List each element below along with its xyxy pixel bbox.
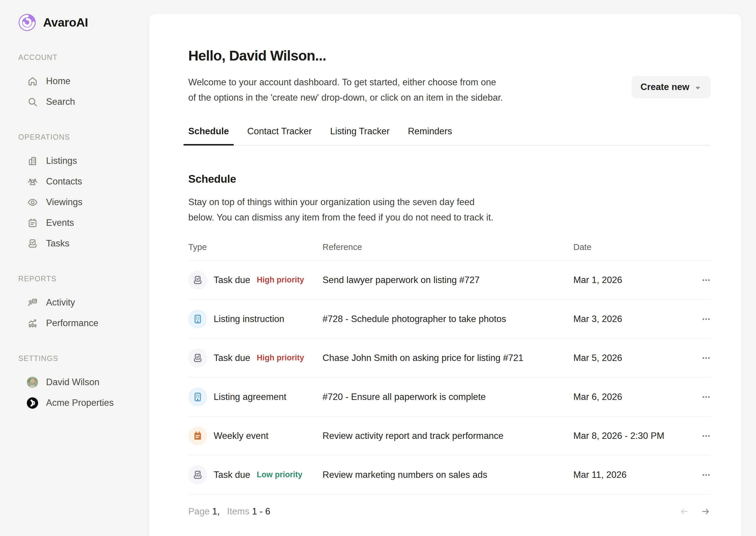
- viewings-icon: [26, 195, 38, 209]
- next-page-button[interactable]: [701, 507, 710, 517]
- row-date: Mar 5, 2026: [573, 353, 690, 363]
- row-reference: Send lawyer paperwork on listing #727: [322, 275, 573, 285]
- items-range: 1 - 6: [252, 506, 270, 517]
- priority-badge: High priority: [257, 353, 304, 362]
- row-type-label: Task due: [214, 470, 250, 480]
- greeting-heading: Hello, David Wilson...: [188, 48, 710, 64]
- tab-contact-tracker[interactable]: Contact Tracker: [247, 126, 312, 145]
- row-type-label: Task due: [214, 275, 250, 285]
- items-label: Items: [227, 506, 250, 517]
- priority-badge: Low priority: [257, 470, 303, 479]
- event-icon: [188, 426, 207, 445]
- sidebar-item-label: Performance: [46, 318, 98, 328]
- sidebar-item-label: Listings: [46, 155, 77, 166]
- sidebar: AvaroAI ACCOUNTHomeSearchOPERATIONSListi…: [0, 0, 149, 536]
- task-icon: [188, 349, 207, 367]
- brand: AvaroAI: [18, 13, 149, 32]
- table-row: Listing agreement#720 - Ensure all paper…: [188, 378, 710, 417]
- sidebar-item-david-wilson[interactable]: David Wilson: [18, 372, 149, 392]
- pager-controls: [679, 507, 710, 517]
- sidebar-section-label: OPERATIONS: [18, 133, 149, 142]
- sidebar-item-acme-properties[interactable]: Acme Properties: [18, 392, 149, 413]
- schedule-description: Stay on top of things within your organi…: [188, 194, 710, 225]
- home-icon: [26, 74, 38, 88]
- table-row: Weekly eventReview activity report and t…: [188, 417, 710, 455]
- sidebar-item-label: David Wilson: [46, 377, 99, 387]
- dashboard-card: Hello, David Wilson... Welcome to your a…: [149, 14, 741, 536]
- tab-schedule[interactable]: Schedule: [188, 126, 229, 145]
- sidebar-item-label: Home: [46, 76, 71, 86]
- table-row: Listing instruction#728 - Schedule photo…: [188, 300, 710, 339]
- sidebar-item-viewings[interactable]: Viewings: [18, 192, 149, 213]
- listing-icon: [188, 387, 207, 406]
- sidebar-item-label: Viewings: [46, 197, 82, 208]
- row-reference: Chase John Smith on asking price for lis…: [322, 353, 573, 363]
- brand-logo-icon: [18, 14, 36, 31]
- row-type-label: Listing instruction: [214, 314, 284, 324]
- sidebar-section-label: ACCOUNT: [18, 53, 149, 62]
- schedule-table: Type Reference Date Task dueHigh priorit…: [188, 242, 710, 517]
- row-date: Mar 1, 2026: [573, 275, 690, 285]
- row-reference: Review activity report and track perform…: [322, 431, 573, 441]
- sidebar-section-reports: REPORTSActivityPerformance: [18, 275, 149, 334]
- activity-icon: [26, 296, 38, 309]
- sidebar-item-label: Acme Properties: [46, 398, 114, 408]
- row-date: Mar 11, 2026: [573, 470, 690, 480]
- chevron-down-icon: [694, 83, 702, 92]
- schedule-title: Schedule: [188, 173, 710, 185]
- contacts-icon: [26, 175, 38, 188]
- tab-reminders[interactable]: Reminders: [408, 126, 452, 145]
- sidebar-section-operations: OPERATIONSListingsContactsViewingsEvents…: [18, 133, 149, 254]
- row-reference: #728 - Schedule photographer to take pho…: [322, 314, 573, 324]
- priority-badge: High priority: [257, 275, 304, 285]
- sidebar-item-label: Search: [46, 96, 75, 107]
- tab-bar: ScheduleContact TrackerListing TrackerRe…: [188, 126, 710, 146]
- row-menu-button[interactable]: [702, 470, 710, 479]
- row-reference: Review marketing numbers on sales ads: [322, 470, 573, 480]
- sidebar-section-account: ACCOUNTHomeSearch: [18, 53, 149, 112]
- brand-name: AvaroAI: [43, 16, 88, 29]
- pagination-info: Page 1, Items 1 - 6: [188, 506, 270, 517]
- row-menu-button[interactable]: [702, 353, 710, 362]
- column-header-type: Type: [188, 242, 322, 252]
- sidebar-item-listings[interactable]: Listings: [18, 151, 149, 171]
- row-menu-button[interactable]: [702, 315, 710, 323]
- sidebar-item-activity[interactable]: Activity: [18, 292, 149, 313]
- org-logo: [26, 396, 38, 410]
- sidebar-item-performance[interactable]: Performance: [18, 313, 149, 334]
- row-menu-button[interactable]: [702, 392, 710, 401]
- performance-icon: [26, 317, 38, 330]
- sidebar-item-label: Activity: [46, 297, 75, 308]
- sidebar-item-search[interactable]: Search: [18, 91, 149, 112]
- search-icon: [26, 95, 38, 109]
- create-new-button[interactable]: Create new: [632, 76, 710, 98]
- row-type-label: Task due: [214, 353, 250, 363]
- column-header-reference: Reference: [322, 242, 573, 252]
- sidebar-section-label: REPORTS: [18, 275, 149, 284]
- prev-page-button[interactable]: [679, 507, 689, 517]
- table-row: Task dueLow priorityReview marketing num…: [188, 455, 710, 494]
- row-reference: #720 - Ensure all paperwork is complete: [322, 392, 573, 402]
- sidebar-item-contacts[interactable]: Contacts: [18, 171, 149, 192]
- sidebar-section-label: SETTINGS: [18, 354, 149, 363]
- tasks-icon: [26, 237, 38, 250]
- schedule-section: Schedule Stay on top of things within yo…: [188, 173, 710, 517]
- row-date: Mar 3, 2026: [573, 314, 690, 324]
- page-label: Page: [188, 506, 210, 517]
- sidebar-item-label: Events: [46, 218, 74, 228]
- intro-row: Welcome to your account dashboard. To ge…: [188, 75, 710, 105]
- sidebar-item-tasks[interactable]: Tasks: [18, 233, 149, 254]
- sidebar-item-home[interactable]: Home: [18, 71, 149, 91]
- task-icon: [188, 271, 207, 289]
- page-number: 1,: [212, 506, 220, 517]
- row-menu-button[interactable]: [702, 431, 710, 440]
- sidebar-item-label: Tasks: [46, 238, 69, 249]
- tab-listing-tracker[interactable]: Listing Tracker: [330, 126, 390, 145]
- row-menu-button[interactable]: [702, 276, 710, 285]
- row-date: Mar 8, 2026 - 2:30 PM: [573, 431, 690, 441]
- sidebar-item-events[interactable]: Events: [18, 213, 149, 233]
- task-icon: [188, 465, 207, 485]
- table-header: Type Reference Date: [188, 242, 710, 261]
- sidebar-nav: ACCOUNTHomeSearchOPERATIONSListingsConta…: [18, 53, 149, 413]
- table-body: Task dueHigh prioritySend lawyer paperwo…: [188, 261, 710, 494]
